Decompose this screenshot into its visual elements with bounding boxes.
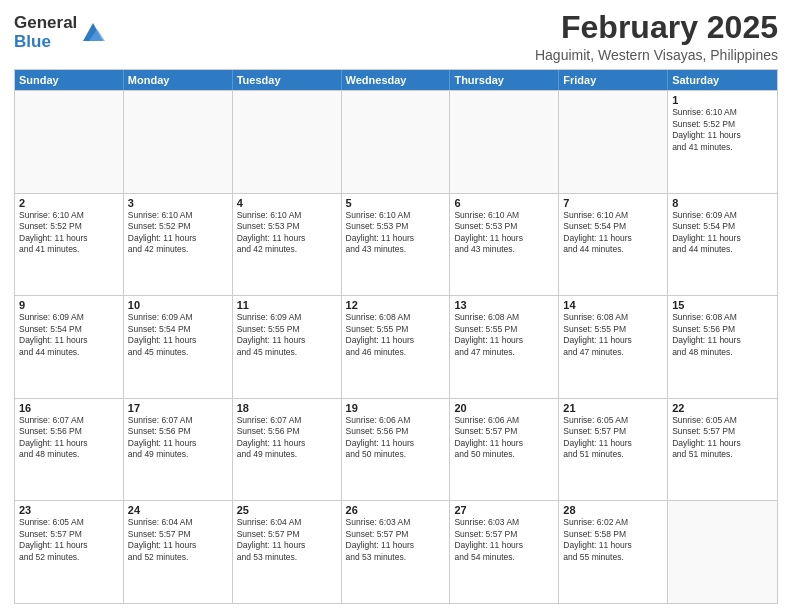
- day-cell-27: 27Sunrise: 6:03 AM Sunset: 5:57 PM Dayli…: [450, 501, 559, 603]
- weekday-header-sunday: Sunday: [15, 70, 124, 90]
- day-number: 18: [237, 402, 337, 414]
- day-cell-17: 17Sunrise: 6:07 AM Sunset: 5:56 PM Dayli…: [124, 399, 233, 501]
- day-number: 2: [19, 197, 119, 209]
- day-cell-8: 8Sunrise: 6:09 AM Sunset: 5:54 PM Daylig…: [668, 194, 777, 296]
- day-number: 26: [346, 504, 446, 516]
- day-info: Sunrise: 6:05 AM Sunset: 5:57 PM Dayligh…: [563, 415, 663, 461]
- empty-cell: [559, 91, 668, 193]
- calendar-row-2: 9Sunrise: 6:09 AM Sunset: 5:54 PM Daylig…: [15, 295, 777, 398]
- page: General Blue February 2025 Haguimit, Wes…: [0, 0, 792, 612]
- day-cell-14: 14Sunrise: 6:08 AM Sunset: 5:55 PM Dayli…: [559, 296, 668, 398]
- day-number: 4: [237, 197, 337, 209]
- day-info: Sunrise: 6:02 AM Sunset: 5:58 PM Dayligh…: [563, 517, 663, 563]
- calendar-row-1: 2Sunrise: 6:10 AM Sunset: 5:52 PM Daylig…: [15, 193, 777, 296]
- day-info: Sunrise: 6:06 AM Sunset: 5:57 PM Dayligh…: [454, 415, 554, 461]
- weekday-header-saturday: Saturday: [668, 70, 777, 90]
- day-info: Sunrise: 6:08 AM Sunset: 5:55 PM Dayligh…: [563, 312, 663, 358]
- day-number: 16: [19, 402, 119, 414]
- day-cell-16: 16Sunrise: 6:07 AM Sunset: 5:56 PM Dayli…: [15, 399, 124, 501]
- day-info: Sunrise: 6:10 AM Sunset: 5:52 PM Dayligh…: [19, 210, 119, 256]
- day-number: 20: [454, 402, 554, 414]
- calendar-row-0: 1Sunrise: 6:10 AM Sunset: 5:52 PM Daylig…: [15, 90, 777, 193]
- day-number: 25: [237, 504, 337, 516]
- day-cell-11: 11Sunrise: 6:09 AM Sunset: 5:55 PM Dayli…: [233, 296, 342, 398]
- day-number: 12: [346, 299, 446, 311]
- title-block: February 2025 Haguimit, Western Visayas,…: [535, 10, 778, 63]
- day-info: Sunrise: 6:08 AM Sunset: 5:55 PM Dayligh…: [346, 312, 446, 358]
- day-info: Sunrise: 6:04 AM Sunset: 5:57 PM Dayligh…: [237, 517, 337, 563]
- day-cell-25: 25Sunrise: 6:04 AM Sunset: 5:57 PM Dayli…: [233, 501, 342, 603]
- day-cell-9: 9Sunrise: 6:09 AM Sunset: 5:54 PM Daylig…: [15, 296, 124, 398]
- day-cell-5: 5Sunrise: 6:10 AM Sunset: 5:53 PM Daylig…: [342, 194, 451, 296]
- day-info: Sunrise: 6:03 AM Sunset: 5:57 PM Dayligh…: [454, 517, 554, 563]
- day-number: 6: [454, 197, 554, 209]
- day-info: Sunrise: 6:08 AM Sunset: 5:55 PM Dayligh…: [454, 312, 554, 358]
- day-number: 7: [563, 197, 663, 209]
- day-info: Sunrise: 6:10 AM Sunset: 5:53 PM Dayligh…: [346, 210, 446, 256]
- day-number: 17: [128, 402, 228, 414]
- day-number: 11: [237, 299, 337, 311]
- day-cell-10: 10Sunrise: 6:09 AM Sunset: 5:54 PM Dayli…: [124, 296, 233, 398]
- day-cell-28: 28Sunrise: 6:02 AM Sunset: 5:58 PM Dayli…: [559, 501, 668, 603]
- day-number: 13: [454, 299, 554, 311]
- day-info: Sunrise: 6:07 AM Sunset: 5:56 PM Dayligh…: [237, 415, 337, 461]
- day-number: 19: [346, 402, 446, 414]
- day-info: Sunrise: 6:09 AM Sunset: 5:54 PM Dayligh…: [128, 312, 228, 358]
- day-number: 24: [128, 504, 228, 516]
- day-cell-18: 18Sunrise: 6:07 AM Sunset: 5:56 PM Dayli…: [233, 399, 342, 501]
- day-number: 9: [19, 299, 119, 311]
- day-info: Sunrise: 6:10 AM Sunset: 5:52 PM Dayligh…: [672, 107, 773, 153]
- empty-cell: [15, 91, 124, 193]
- day-cell-6: 6Sunrise: 6:10 AM Sunset: 5:53 PM Daylig…: [450, 194, 559, 296]
- day-cell-23: 23Sunrise: 6:05 AM Sunset: 5:57 PM Dayli…: [15, 501, 124, 603]
- weekday-header-wednesday: Wednesday: [342, 70, 451, 90]
- day-info: Sunrise: 6:10 AM Sunset: 5:53 PM Dayligh…: [454, 210, 554, 256]
- day-info: Sunrise: 6:10 AM Sunset: 5:53 PM Dayligh…: [237, 210, 337, 256]
- day-info: Sunrise: 6:09 AM Sunset: 5:55 PM Dayligh…: [237, 312, 337, 358]
- day-info: Sunrise: 6:05 AM Sunset: 5:57 PM Dayligh…: [672, 415, 773, 461]
- empty-cell: [342, 91, 451, 193]
- day-info: Sunrise: 6:07 AM Sunset: 5:56 PM Dayligh…: [128, 415, 228, 461]
- logo-icon: [79, 19, 107, 47]
- empty-cell: [450, 91, 559, 193]
- weekday-header-tuesday: Tuesday: [233, 70, 342, 90]
- day-number: 1: [672, 94, 773, 106]
- day-cell-1: 1Sunrise: 6:10 AM Sunset: 5:52 PM Daylig…: [668, 91, 777, 193]
- day-cell-21: 21Sunrise: 6:05 AM Sunset: 5:57 PM Dayli…: [559, 399, 668, 501]
- day-cell-3: 3Sunrise: 6:10 AM Sunset: 5:52 PM Daylig…: [124, 194, 233, 296]
- day-cell-22: 22Sunrise: 6:05 AM Sunset: 5:57 PM Dayli…: [668, 399, 777, 501]
- calendar-body: 1Sunrise: 6:10 AM Sunset: 5:52 PM Daylig…: [15, 90, 777, 603]
- day-number: 28: [563, 504, 663, 516]
- empty-cell: [124, 91, 233, 193]
- calendar-header: SundayMondayTuesdayWednesdayThursdayFrid…: [15, 70, 777, 90]
- main-title: February 2025: [535, 10, 778, 45]
- day-cell-4: 4Sunrise: 6:10 AM Sunset: 5:53 PM Daylig…: [233, 194, 342, 296]
- day-cell-19: 19Sunrise: 6:06 AM Sunset: 5:56 PM Dayli…: [342, 399, 451, 501]
- day-cell-7: 7Sunrise: 6:10 AM Sunset: 5:54 PM Daylig…: [559, 194, 668, 296]
- day-cell-13: 13Sunrise: 6:08 AM Sunset: 5:55 PM Dayli…: [450, 296, 559, 398]
- weekday-header-monday: Monday: [124, 70, 233, 90]
- day-info: Sunrise: 6:10 AM Sunset: 5:52 PM Dayligh…: [128, 210, 228, 256]
- day-info: Sunrise: 6:08 AM Sunset: 5:56 PM Dayligh…: [672, 312, 773, 358]
- day-info: Sunrise: 6:10 AM Sunset: 5:54 PM Dayligh…: [563, 210, 663, 256]
- day-info: Sunrise: 6:06 AM Sunset: 5:56 PM Dayligh…: [346, 415, 446, 461]
- logo: General Blue: [14, 14, 107, 51]
- weekday-header-thursday: Thursday: [450, 70, 559, 90]
- day-info: Sunrise: 6:05 AM Sunset: 5:57 PM Dayligh…: [19, 517, 119, 563]
- day-number: 3: [128, 197, 228, 209]
- weekday-header-friday: Friday: [559, 70, 668, 90]
- logo-text: General Blue: [14, 14, 77, 51]
- calendar: SundayMondayTuesdayWednesdayThursdayFrid…: [14, 69, 778, 604]
- subtitle: Haguimit, Western Visayas, Philippines: [535, 47, 778, 63]
- day-cell-20: 20Sunrise: 6:06 AM Sunset: 5:57 PM Dayli…: [450, 399, 559, 501]
- day-cell-12: 12Sunrise: 6:08 AM Sunset: 5:55 PM Dayli…: [342, 296, 451, 398]
- day-number: 27: [454, 504, 554, 516]
- header: General Blue February 2025 Haguimit, Wes…: [14, 10, 778, 63]
- day-info: Sunrise: 6:09 AM Sunset: 5:54 PM Dayligh…: [19, 312, 119, 358]
- day-cell-24: 24Sunrise: 6:04 AM Sunset: 5:57 PM Dayli…: [124, 501, 233, 603]
- day-number: 10: [128, 299, 228, 311]
- day-number: 8: [672, 197, 773, 209]
- day-number: 22: [672, 402, 773, 414]
- day-cell-15: 15Sunrise: 6:08 AM Sunset: 5:56 PM Dayli…: [668, 296, 777, 398]
- logo-general: General: [14, 14, 77, 33]
